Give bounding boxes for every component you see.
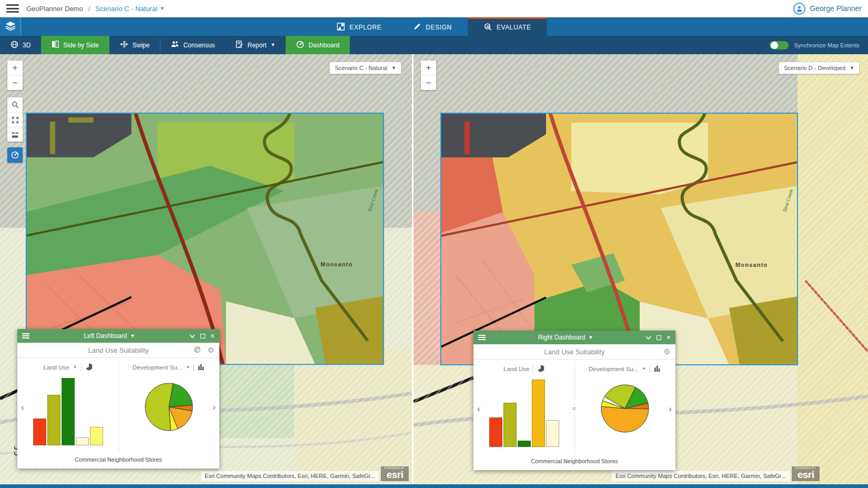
left-dashboard-panel: Left Dashboard ▼ × Land Use Suitability … xyxy=(17,329,219,469)
right-zoom-control: + − xyxy=(421,61,436,90)
measure-button[interactable] xyxy=(7,127,23,142)
right-dashboard-header[interactable]: Right Dashboard ▼ × xyxy=(473,331,675,344)
gear-icon[interactable]: ⚙ xyxy=(207,346,214,354)
breadcrumb-scenario-dropdown[interactable]: Scenario C - Natural ▼ xyxy=(95,5,165,13)
zoom-out-button[interactable]: − xyxy=(7,75,23,90)
right-map[interactable]: Monsanto Seal Creek + − Scenario D - Dev… xyxy=(413,54,868,484)
menu-icon[interactable] xyxy=(6,4,19,13)
dashboard-menu-icon[interactable] xyxy=(478,335,486,340)
people-icon xyxy=(171,41,179,49)
next-chart-chevron[interactable]: › xyxy=(669,404,672,414)
full-extent-button[interactable] xyxy=(7,112,23,127)
land-use-bar-chart xyxy=(489,380,559,447)
user-name: George Planner xyxy=(810,4,862,13)
left-zoom-control: + − xyxy=(7,61,23,90)
previous-chart-chevron[interactable]: ‹ xyxy=(477,404,480,414)
globe-icon xyxy=(11,41,18,50)
chart-selector[interactable]: Land Use xyxy=(43,364,69,371)
dashboard-menu-icon[interactable] xyxy=(22,333,29,338)
side-by-side-button[interactable]: Side by Side xyxy=(41,36,109,54)
chevron-down-icon: ▼ xyxy=(850,66,854,71)
pencil-icon xyxy=(413,23,421,32)
land-use-chart-panel: Land Use ▼ xyxy=(17,358,118,454)
mode-tabs: EXPLORE DESIGN EVALUATE xyxy=(321,17,547,36)
report-icon xyxy=(236,41,243,50)
breadcrumb-separator: / xyxy=(88,5,90,13)
collapse-panel-chevron[interactable]: « xyxy=(572,404,576,412)
chevron-down-icon: ▼ xyxy=(130,334,135,338)
chevron-down-icon[interactable]: ▼ xyxy=(642,366,646,371)
dashboard-button[interactable]: Dashboard xyxy=(286,36,350,54)
land-use-bar-chart xyxy=(33,378,103,445)
widget-title: Land Use Suitability xyxy=(88,346,149,354)
left-dashboard-header[interactable]: Left Dashboard ▼ × xyxy=(17,329,219,343)
next-chart-chevron[interactable]: › xyxy=(213,402,216,413)
evaluate-toolbar: 3D Side by Side Swipe Consensus Report ▼… xyxy=(0,36,868,54)
globe-disabled-icon[interactable] xyxy=(194,346,201,354)
chevron-down-icon: ▼ xyxy=(160,6,165,11)
maximize-icon[interactable] xyxy=(657,335,661,340)
close-icon[interactable]: × xyxy=(667,334,671,341)
synchronize-map-extents-toggle[interactable] xyxy=(770,41,789,49)
map-label-monsanto: Monsanto xyxy=(320,261,352,267)
tab-evaluate[interactable]: EVALUATE xyxy=(468,17,547,36)
left-map-tools xyxy=(7,97,23,142)
close-icon[interactable]: × xyxy=(210,332,215,340)
zoom-in-button[interactable]: + xyxy=(421,61,436,75)
consensus-button[interactable]: Consensus xyxy=(160,36,225,54)
chart-selector[interactable]: Development Su... xyxy=(589,366,639,372)
map-label-monsanto: Monsanto xyxy=(735,262,768,268)
right-dashboard-title-dropdown[interactable]: Right Dashboard ▼ xyxy=(486,334,645,341)
3d-button[interactable]: 3D xyxy=(0,36,41,54)
previous-chart-chevron[interactable]: ‹ xyxy=(21,402,24,413)
chevron-down-icon[interactable]: ▼ xyxy=(73,365,77,370)
tab-design[interactable]: DESIGN xyxy=(397,17,468,36)
collapse-icon[interactable] xyxy=(645,336,651,340)
layers-icon xyxy=(5,21,16,33)
bar-chart-type-icon[interactable] xyxy=(198,363,205,371)
development-suitability-pie-chart xyxy=(599,383,651,434)
collapse-icon[interactable] xyxy=(189,334,195,338)
bar-chart-type-icon[interactable] xyxy=(654,365,661,373)
maximize-icon[interactable] xyxy=(200,334,205,338)
pie-chart-type-icon[interactable] xyxy=(85,363,93,372)
right-scenario-selector[interactable]: Scenario D - Developed ▼ xyxy=(779,62,860,74)
chart-caption: Commercial Neighborhood Stores xyxy=(473,456,675,470)
chevron-down-icon: ▼ xyxy=(588,335,593,340)
development-suitability-chart-panel: Development Su... ▼ xyxy=(574,360,675,456)
left-scenario-selector[interactable]: Scenario C - Natural ▼ xyxy=(329,62,401,74)
right-dashboard-panel: Right Dashboard ▼ × Land Use Suitability… xyxy=(473,331,675,470)
user-menu[interactable]: George Planner xyxy=(793,3,862,15)
land-use-chart-panel: Land Use xyxy=(473,360,574,456)
breadcrumb-app-title: GeoPlanner Demo xyxy=(26,5,83,13)
chart-selector[interactable]: Land Use xyxy=(503,366,529,372)
pie-chart-type-icon[interactable] xyxy=(537,365,544,373)
map-comparison-area: Monsanto Seal Creek + − Scenario C - Nat… xyxy=(0,54,868,484)
development-suitability-pie-chart xyxy=(143,381,195,433)
zoom-out-button[interactable]: − xyxy=(421,75,436,90)
layers-button[interactable] xyxy=(0,17,21,36)
chart-selector[interactable]: Development Su... xyxy=(133,364,183,371)
search-button[interactable] xyxy=(7,97,23,112)
left-map[interactable]: Monsanto Seal Creek + − Scenario C - Nat… xyxy=(0,54,412,484)
swipe-button[interactable]: Swipe xyxy=(109,36,160,54)
synchronize-map-extents-label: Synchronize Map Extents xyxy=(794,42,860,48)
user-avatar-icon xyxy=(793,3,805,15)
tab-explore[interactable]: EXPLORE xyxy=(321,17,397,36)
chevron-down-icon: ▼ xyxy=(391,66,396,71)
esri-logo: POWERED BY esri xyxy=(792,466,820,481)
side-by-side-icon xyxy=(52,41,59,49)
chevron-down-icon[interactable]: ▼ xyxy=(186,365,190,370)
esri-logo: POWERED BY esri xyxy=(381,466,409,481)
development-suitability-chart-panel: Development Su... ▼ xyxy=(118,358,219,454)
gauge-icon xyxy=(7,147,23,162)
widget-title: Land Use Suitability xyxy=(544,348,605,356)
gear-icon[interactable]: ⚙ xyxy=(663,348,670,355)
primary-nav: EXPLORE DESIGN EVALUATE xyxy=(0,17,868,36)
left-dashboard-tool-active[interactable] xyxy=(7,147,23,163)
report-button[interactable]: Report ▼ xyxy=(225,36,286,54)
chevron-down-icon: ▼ xyxy=(271,43,276,47)
zoom-in-button[interactable]: + xyxy=(7,61,23,75)
left-dashboard-title-dropdown[interactable]: Left Dashboard ▼ xyxy=(29,332,189,340)
evaluate-icon xyxy=(483,23,492,33)
